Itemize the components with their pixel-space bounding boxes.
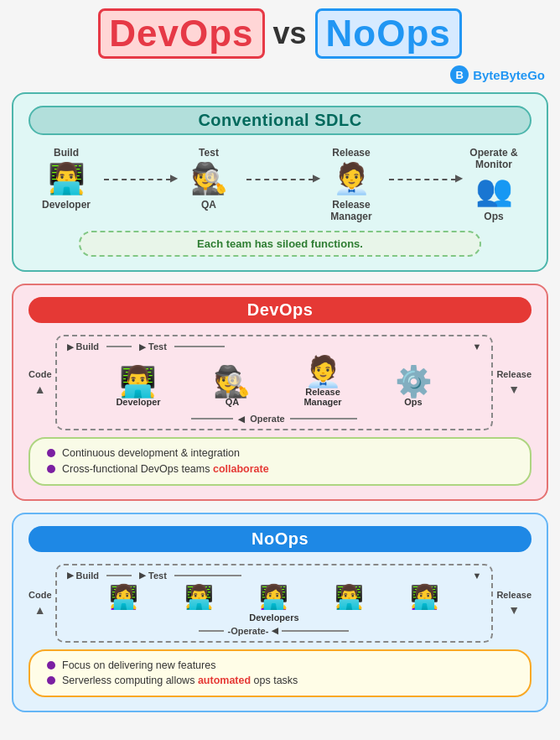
sdlc-release-manager: Release 🧑‍💼 Release Manager	[314, 147, 389, 222]
brand-icon: B	[450, 65, 469, 84]
noops-dev3-icon: 👩‍💻	[259, 586, 288, 609]
devops-dashed-box: ▶ Build ▶ Test ▼ 👨‍💻 Developer 🕵️	[55, 335, 494, 430]
devops-bullets: Continuous development & integration Cro…	[29, 437, 531, 486]
arrow3-head: ▶	[455, 172, 463, 184]
noops-release-side: Release ▼	[496, 564, 531, 643]
noops-icons-row: 👩‍💻 👨‍💻 👩‍💻 👨‍💻 👩‍💻	[64, 586, 485, 612]
noops-dev4: 👨‍💻	[334, 586, 364, 609]
noops-bottom-bar: -Operate- ◀	[64, 626, 485, 636]
dash2	[174, 346, 225, 347]
noops-build-label: Build	[76, 571, 100, 581]
ndash2	[174, 575, 241, 576]
noperate-left-arrow: ◀	[272, 626, 278, 635]
devops-code-side: Code ▲	[29, 335, 52, 430]
devops-release-side-label: Release	[496, 369, 531, 379]
arrow-right-test-n: ▶	[139, 571, 146, 580]
sdlc-developer: Build 👨‍💻 Developer	[29, 147, 104, 211]
devops-top-bar: ▶ Build ▶ Test ▼	[64, 341, 485, 352]
operate-dash-right	[290, 418, 357, 420]
noops-group-label: Developers	[64, 612, 485, 623]
devops-build-label: Build	[76, 341, 100, 352]
noperate-dash-right	[282, 630, 349, 632]
sdlc-build-label: Build	[54, 147, 79, 159]
arrow-right-build: ▶	[67, 342, 74, 352]
ops-label: Ops	[484, 211, 503, 222]
developer-icon: 👨‍💻	[48, 164, 86, 194]
devops-release: 🧑‍💼 Release Manager	[303, 357, 341, 407]
devops-release-side: Release ▼	[496, 335, 531, 430]
devops-code-arrow: ▲	[34, 383, 46, 396]
devops-bullet-1-text: Continuous development & integration	[62, 446, 240, 461]
noops-bullet-2-text: Serverless computing allows automated op…	[62, 673, 298, 689]
arrow3: ▶	[389, 147, 456, 180]
devops-qa-icon: 🕵️	[213, 367, 251, 397]
noops-bullet-2: Serverless computing allows automated op…	[47, 673, 513, 689]
brand: B ByteByteGo	[8, 65, 552, 84]
noops-dev2: 👨‍💻	[184, 586, 214, 609]
sdlc-panel: Conventional SDLC Build 👨‍💻 Developer ▶ …	[12, 92, 548, 272]
ops-icon: 👥	[475, 175, 513, 206]
devops-ops: ⚙️ Ops	[395, 367, 433, 407]
noops-bullets: Focus on delivering new features Serverl…	[29, 649, 531, 698]
noops-code-side: Code ▲	[29, 564, 52, 643]
bullet-dot-2	[47, 465, 55, 473]
devops-icons-row: 👨‍💻 Developer 🕵️ QA 🧑‍💼 Release Manager …	[64, 357, 485, 410]
noperate-dash-left	[199, 630, 224, 632]
devops-bullet-2: Cross-functional DevOps teams collaborat…	[47, 461, 513, 477]
noops-dashed-box: ▶ Build ▶ Test ▼ 👩‍💻 👨‍💻 👩‍💻	[55, 564, 494, 643]
sdlc-ops: Operate & Monitor 👥 Ops	[456, 147, 531, 222]
collaborate-highlight: collaborate	[213, 463, 269, 475]
noops-panel-title: NoOps	[29, 526, 531, 552]
release-manager-icon: 🧑‍💼	[333, 164, 371, 194]
devops-panel: DevOps Code ▲ ▶ Build ▶ Test ▼	[12, 284, 548, 501]
vs-label: vs	[273, 16, 307, 51]
noops-bullet-1-text: Focus on delivering new features	[62, 658, 215, 674]
noops-bullet-dot-2	[47, 676, 55, 685]
developer-label: Developer	[42, 199, 91, 211]
ndash1	[106, 575, 132, 576]
bullet-dot-1	[47, 449, 55, 457]
noops-release-side-arrow: ▼	[508, 603, 520, 617]
arrow2-head: ▶	[313, 172, 320, 184]
sdlc-operate-label: Operate & Monitor	[469, 147, 517, 170]
noops-dev3: 👩‍💻	[259, 586, 288, 609]
devops-qa-label: QA	[226, 397, 240, 407]
devops-ops-icon: ⚙️	[395, 367, 433, 397]
noops-dev5-icon: 👩‍💻	[410, 586, 439, 609]
sdlc-test-label: Test	[199, 147, 219, 159]
sdlc-note: Each team has siloed functions.	[79, 231, 481, 257]
noops-title: NoOps	[315, 8, 462, 59]
sdlc-release-label: Release	[332, 147, 370, 159]
devops-code-label: Code	[29, 369, 52, 379]
header: DevOps vs NoOps	[8, 8, 552, 59]
devops-test-label: Test	[148, 341, 167, 352]
devops-ops-label: Ops	[404, 397, 422, 407]
sdlc-flow-row: Build 👨‍💻 Developer ▶ Test 🕵️ QA ▶ Relea…	[29, 147, 531, 222]
automated-highlight: automated	[198, 675, 251, 686]
noperate-label: -Operate-	[227, 626, 268, 636]
noops-bullet-dot-1	[47, 661, 55, 670]
devops-operate-label: Operate	[250, 414, 285, 424]
brand-name: ByteByteGo	[473, 68, 545, 82]
noops-test-label: Test	[148, 571, 167, 581]
devops-release-right: ▼	[473, 341, 482, 352]
devops-panel-title: DevOps	[29, 297, 531, 323]
qa-icon: 🕵️	[190, 164, 228, 194]
devops-release-label: Release Manager	[303, 387, 341, 407]
noops-top-bar: ▶ Build ▶ Test ▼	[64, 571, 485, 581]
operate-dash-left	[191, 418, 233, 420]
arrow-right-test: ▶	[139, 342, 146, 352]
devops-developer-label: Developer	[116, 397, 160, 407]
devops-release-icon: 🧑‍💼	[304, 357, 342, 387]
arrow2: ▶	[246, 147, 314, 180]
noops-dev1-icon: 👩‍💻	[109, 586, 138, 609]
devops-qa: 🕵️ QA	[213, 367, 251, 407]
arrow1-head: ▶	[170, 172, 178, 184]
noops-build-flow: ▶ Build ▶ Test	[67, 571, 246, 581]
noops-release-right-arrow: ▼	[473, 571, 482, 581]
devops-bullet-1: Continuous development & integration	[47, 446, 513, 461]
qa-label: QA	[201, 199, 216, 211]
sdlc-title: Conventional SDLC	[29, 106, 531, 135]
devops-build-flow: ▶ Build ▶ Test	[67, 341, 232, 352]
devops-developer-icon: 👨‍💻	[119, 367, 157, 397]
